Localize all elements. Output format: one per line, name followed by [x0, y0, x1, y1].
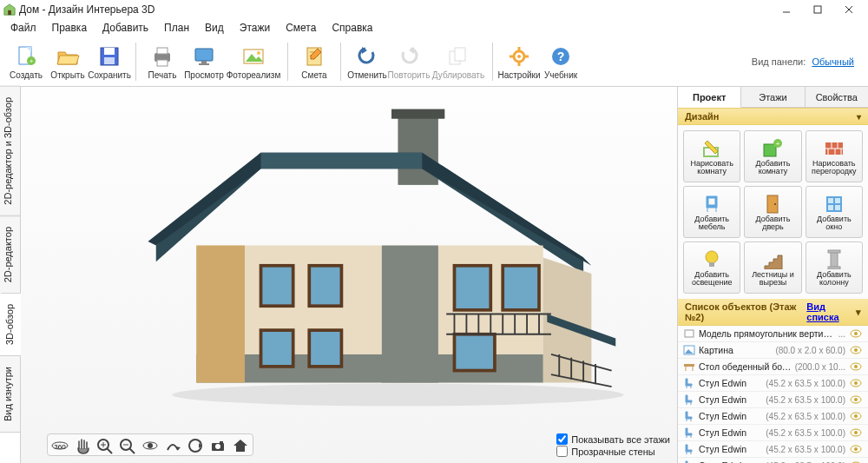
object-row[interactable]: Стул Edwin (45.2 x 63.5 x 100.0): [678, 375, 868, 392]
design-section-header[interactable]: Дизайн ▾: [678, 108, 868, 125]
viewport-zoom-out-button[interactable]: [117, 436, 138, 455]
object-visibility-toggle[interactable]: [849, 412, 863, 420]
right-tab-floors[interactable]: Этажи: [741, 87, 805, 107]
toolbar-save-button[interactable]: Сохранить: [89, 39, 130, 84]
menu-Вид[interactable]: Вид: [198, 20, 231, 36]
toolbar-print-button[interactable]: Печать: [141, 39, 183, 84]
toolbar-duplicate-label: Дублировать: [432, 70, 484, 80]
object-row[interactable]: Стул Edwin (45.2 x 63.5 x 100.0): [678, 425, 868, 441]
viewport-camera-button[interactable]: [207, 436, 228, 455]
object-row[interactable]: Стол обеденный большой (200.0 x 10...: [678, 359, 868, 375]
transparent-walls-input[interactable]: [556, 446, 568, 457]
viewport-tilt-button[interactable]: [162, 436, 183, 455]
show-all-floors-input[interactable]: [556, 433, 568, 445]
menu-Этажи[interactable]: Этажи: [233, 20, 277, 36]
object-name: Модель прямоугольник вертикальная: [699, 328, 835, 339]
toolbar-open-button[interactable]: Открыть: [47, 39, 89, 84]
maximize-button[interactable]: [802, 0, 833, 19]
viewport-spin-button[interactable]: [185, 436, 206, 455]
svg-rect-14: [157, 48, 168, 54]
object-visibility-toggle[interactable]: [849, 428, 863, 437]
object-visibility-toggle[interactable]: [849, 329, 863, 338]
viewport-toolbar: 360: [47, 433, 253, 456]
minimize-button[interactable]: [771, 0, 802, 19]
viewport-3d[interactable]: 360 Показывать все этажи Прозрачные стен…: [21, 87, 677, 463]
show-all-floors-check[interactable]: Показывать все этажи: [556, 433, 670, 445]
objects-list[interactable]: Модель прямоугольник вертикальная ... Ка…: [678, 326, 868, 463]
object-dimensions: (45.2 x 63.5 x 100.0): [766, 379, 845, 388]
design-add-light-label: Добавить освещение: [686, 271, 738, 288]
objects-list-view-link[interactable]: Вид списка: [806, 301, 856, 322]
object-row[interactable]: Стул Edwin (45.2 x 63.5 x 100.0): [678, 392, 868, 408]
design-stairs-button[interactable]: Лестницы и вырезы: [744, 241, 801, 294]
svg-point-127: [854, 398, 858, 401]
chair-icon: [700, 193, 723, 214]
right-tab-props[interactable]: Свойства: [806, 87, 868, 107]
left-tab-editor2d[interactable]: 2D-редактор: [0, 215, 20, 294]
svg-point-107: [706, 251, 718, 263]
menu-Файл[interactable]: Файл: [3, 20, 43, 36]
viewport-zoom-in-button[interactable]: [95, 436, 115, 455]
photo-icon: [240, 44, 266, 69]
object-visibility-toggle[interactable]: [849, 445, 863, 453]
file-new-icon: +: [13, 44, 39, 69]
toolbar-undo-label: Отменить: [347, 70, 387, 80]
viewport-rotate-360-button[interactable]: 360: [49, 436, 70, 455]
toolbar-photoreal-button[interactable]: Фотореализм: [225, 39, 282, 84]
toolbar-undo-button[interactable]: Отменить: [346, 39, 388, 84]
objects-section-header[interactable]: Список объектов (Этаж №2) Вид списка ▾: [678, 299, 868, 326]
chair-icon: [683, 410, 695, 422]
menu-Добавить[interactable]: Добавить: [95, 20, 155, 36]
viewport-orbit-button[interactable]: [140, 436, 161, 455]
svg-rect-111: [828, 267, 840, 269]
object-row[interactable]: Стул Edwin (45.2 x 63.5 x 100.0): [678, 458, 868, 463]
design-add-room-button[interactable]: +Добавить комнату: [744, 130, 801, 182]
svg-text:360: 360: [54, 443, 66, 451]
object-name: Стул Edwin: [699, 394, 762, 405]
design-add-column-button[interactable]: Добавить колонну: [806, 241, 863, 294]
design-add-furniture-button[interactable]: Добавить мебель: [683, 186, 740, 238]
object-visibility-toggle[interactable]: [849, 379, 863, 387]
svg-point-123: [854, 365, 858, 368]
design-add-window-button[interactable]: Добавить окно: [806, 186, 863, 238]
menu-План[interactable]: План: [157, 20, 196, 36]
left-tab-combined[interactable]: 2D-редактор и 3D-обзор: [0, 86, 20, 216]
object-dimensions: (45.2 x 63.5 x 100.0): [766, 445, 845, 454]
object-visibility-toggle[interactable]: [849, 346, 863, 354]
object-row[interactable]: Модель прямоугольник вертикальная ...: [678, 326, 868, 342]
object-row[interactable]: Стул Edwin (45.2 x 63.5 x 100.0): [678, 441, 868, 458]
viewport-pan-hand-button[interactable]: [72, 436, 93, 455]
right-tab-project[interactable]: Проект: [678, 87, 741, 108]
toolbar-tutorial-button[interactable]: ?Учебник: [540, 39, 582, 84]
design-add-light-button[interactable]: Добавить освещение: [683, 241, 740, 294]
close-button[interactable]: [833, 0, 865, 19]
object-name: Картина: [699, 345, 772, 355]
svg-line-76: [107, 448, 112, 453]
design-section-title: Дизайн: [685, 111, 719, 122]
object-visibility-toggle[interactable]: [849, 362, 863, 371]
object-row[interactable]: Стул Edwin (45.2 x 63.5 x 100.0): [678, 408, 868, 425]
object-visibility-toggle[interactable]: [849, 395, 863, 404]
toolbar-estimate-button[interactable]: Смета: [293, 39, 335, 84]
menu-Смета[interactable]: Смета: [279, 20, 323, 36]
menu-Справка[interactable]: Справка: [325, 20, 379, 36]
object-row[interactable]: Картина (80.0 x 2.0 x 60.0): [678, 342, 868, 359]
left-tab-view3d[interactable]: 3D-обзор: [0, 293, 21, 356]
design-add-door-button[interactable]: Добавить дверь: [744, 186, 801, 238]
svg-text:+: +: [30, 57, 34, 65]
collapse-icon: ▾: [857, 112, 861, 122]
toolbar-new-button[interactable]: +Создать: [5, 39, 47, 84]
toolbar-preview-label: Просмотр: [184, 70, 224, 80]
right-tab-strip: ПроектЭтажиСвойства: [678, 87, 868, 108]
menu-Правка[interactable]: Правка: [45, 20, 95, 36]
viewport-home-button[interactable]: [230, 436, 251, 455]
panel-mode-value[interactable]: Обычный: [812, 56, 854, 67]
design-draw-wall-button[interactable]: Нарисовать перегородку: [806, 130, 863, 182]
titlebar: Дом - Дизайн Интерьера 3D: [0, 0, 868, 19]
panel-mode-caption: Вид панели:: [752, 56, 806, 67]
toolbar-preview-button[interactable]: Просмотр: [183, 39, 225, 84]
left-tab-inside[interactable]: Вид изнутри: [0, 355, 20, 433]
transparent-walls-check[interactable]: Прозрачные стены: [556, 446, 670, 457]
toolbar-settings-button[interactable]: Настройки: [498, 39, 540, 84]
design-draw-room-button[interactable]: Нарисовать комнату: [683, 130, 740, 182]
